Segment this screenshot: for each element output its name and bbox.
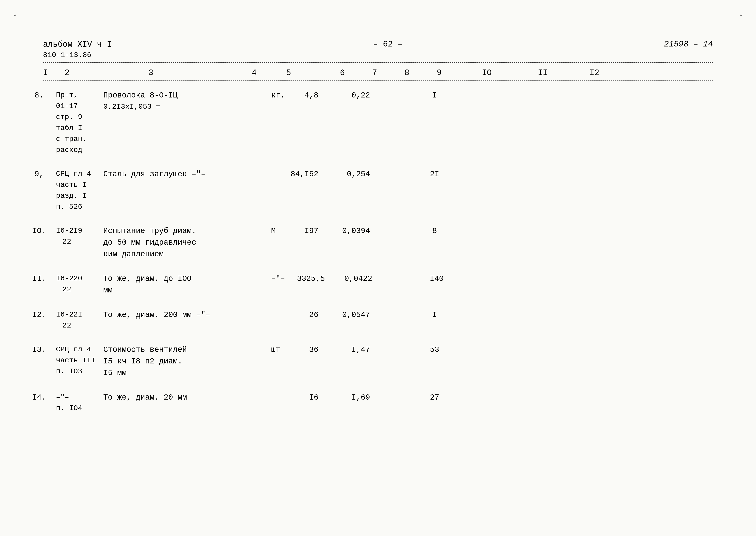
row-12-desc: То же, диам. 200 мм –"– xyxy=(103,309,271,331)
row-8-price: 0,22 xyxy=(327,90,370,155)
row-11-price: 0,0422 xyxy=(329,273,372,296)
row-14-ref: –"– п. IO4 xyxy=(56,392,103,414)
table-row: I4. –"– п. IO4 То же, диам. 20 мм I6 I,6… xyxy=(56,392,713,414)
row-10-col9: 8 xyxy=(392,225,477,260)
row-12-qty: 26 xyxy=(290,309,318,331)
table-row: 9, СРЦ гл 4 часть I разд. I п. 526 Сталь… xyxy=(56,168,713,212)
table-row: 8. Пр-т, 01-17 стр. 9 табл I с тран. рас… xyxy=(56,90,713,155)
row-9-desc: Сталь для заглушек –"– xyxy=(103,168,271,212)
row-10-price: 0,0394 xyxy=(327,225,370,260)
corner-mark-top-left: * xyxy=(13,13,17,21)
col-header-12: I2 xyxy=(589,68,599,78)
row-13-unit: шт xyxy=(271,344,290,379)
col-header-9: 9 xyxy=(437,68,442,78)
row-9-num: 9, xyxy=(34,168,44,180)
row-14-num: I4. xyxy=(32,392,46,403)
row-11-ref: I6-220 22 xyxy=(56,273,103,296)
content-area: 8. Пр-т, 01-17 стр. 9 табл I с тран. рас… xyxy=(43,90,713,414)
col-header-5: 5 xyxy=(286,68,291,78)
col-header-11: II xyxy=(538,68,548,78)
row-12-price: 0,0547 xyxy=(327,309,370,331)
corner-mark-top-right: * xyxy=(739,13,743,21)
col-header-2: 2 xyxy=(65,68,70,78)
row-14-qty: I6 xyxy=(290,392,318,414)
col-header-6: 6 xyxy=(340,68,345,78)
row-9-price: 0,254 xyxy=(327,168,370,212)
table-row: IO. I6-2I9 22 Испытание труб диам. до 50… xyxy=(56,225,713,260)
row-13-col9: 53 xyxy=(392,344,477,379)
row-10-desc: Испытание труб диам. до 50 мм гидравличе… xyxy=(103,225,271,260)
column-headers-row: I 2 3 4 5 6 7 8 9 IO II I2 xyxy=(43,64,713,79)
row-11-col9: I40 xyxy=(394,273,480,296)
row-8-ref: Пр-т, 01-17 стр. 9 табл I с тран. расход xyxy=(56,90,103,155)
header-title-line1: альбом XIV ч I xyxy=(43,39,112,50)
row-13-ref: СРЦ гл 4 часть III п. IO3 xyxy=(56,344,103,379)
row-13-num: I3. xyxy=(32,344,46,356)
col-header-7: 7 xyxy=(372,68,377,78)
row-10-num: IO. xyxy=(32,225,46,237)
row-12-unit xyxy=(271,309,290,331)
row-13-desc: Стоимость вентилей I5 кч I8 п2 диам. I5 … xyxy=(103,344,271,379)
row-10-unit: М xyxy=(271,225,290,260)
header-title-line2: 810-1-13.86 xyxy=(43,50,112,60)
row-8-desc: Проволока 8-О-IЦ 0,2I3xI,053 = xyxy=(103,90,271,155)
col-header-3: 3 xyxy=(148,68,153,78)
row-9-qty: 84,I52 xyxy=(290,168,318,212)
row-12-ref: I6-22I 22 xyxy=(56,309,103,331)
row-9-unit xyxy=(271,168,290,212)
table-row: II. I6-220 22 То же, диам. до IOO мм –"–… xyxy=(56,273,713,296)
col-header-4: 4 xyxy=(252,68,257,78)
row-8-qty: 4,8 xyxy=(290,90,318,155)
row-14-unit xyxy=(271,392,290,414)
row-13-price: I,47 xyxy=(327,344,370,379)
row-9-col9: 2I xyxy=(392,168,477,212)
row-12-num: I2. xyxy=(32,309,46,321)
row-11-desc: То же, диам. до IOO мм xyxy=(103,273,271,296)
row-14-col9: 27 xyxy=(392,392,477,414)
page: * * альбом XIV ч I 810-1-13.86 – 62 – 21… xyxy=(0,0,756,536)
header-left: альбом XIV ч I 810-1-13.86 xyxy=(43,39,112,60)
bottom-col-dashed-line xyxy=(43,81,713,81)
header: альбом XIV ч I 810-1-13.86 – 62 – 21598 … xyxy=(43,39,713,60)
row-11-unit: –"– xyxy=(271,273,290,296)
header-right: 21598 – 14 xyxy=(664,40,713,49)
row-11-num: II. xyxy=(32,273,46,285)
col-header-10: IO xyxy=(482,68,492,78)
top-dashed-line xyxy=(43,62,713,63)
table-row: I2. I6-22I 22 То же, диам. 200 мм –"– 26… xyxy=(56,309,713,331)
row-9-ref: СРЦ гл 4 часть I разд. I п. 526 xyxy=(56,168,103,212)
row-8-unit: кг. xyxy=(271,90,290,155)
row-12-col9: I xyxy=(392,309,477,331)
row-14-price: I,69 xyxy=(327,392,370,414)
header-center: – 62 – xyxy=(373,40,403,49)
row-10-qty: I97 xyxy=(290,225,318,260)
row-11-qty: 3325,5 xyxy=(290,273,325,296)
col-header-8: 8 xyxy=(405,68,410,78)
row-10-ref: I6-2I9 22 xyxy=(56,225,103,260)
row-14-desc: То же, диам. 20 мм xyxy=(103,392,271,414)
col-header-1: I xyxy=(43,68,48,78)
row-8-num: 8. xyxy=(34,90,44,101)
row-8-col9: I xyxy=(392,90,477,155)
table-row: I3. СРЦ гл 4 часть III п. IO3 Стоимость … xyxy=(56,344,713,379)
row-13-qty: 36 xyxy=(290,344,318,379)
